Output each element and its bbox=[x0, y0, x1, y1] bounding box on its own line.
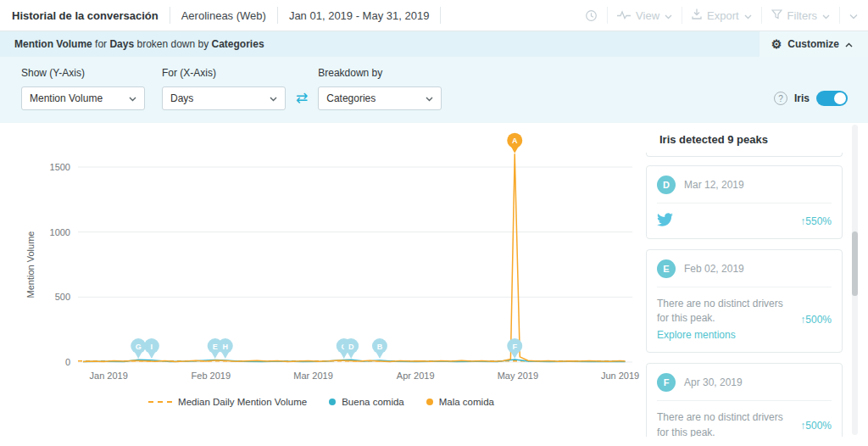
filters-menu[interactable]: Filters bbox=[771, 9, 830, 22]
breakdown-name: Categories bbox=[212, 38, 264, 50]
peak-pin-A[interactable]: A bbox=[507, 133, 522, 153]
peak-card-head: E Feb 02, 2019 bbox=[657, 259, 832, 287]
svg-text:F: F bbox=[512, 343, 517, 351]
chart-legend: Median Daily Mention Volume Buena comida… bbox=[0, 397, 643, 407]
y-tick-label: 500 bbox=[55, 292, 70, 302]
page-title: Historial de la conversación bbox=[12, 9, 159, 22]
chart-title-strip: Mention Volume for Days broken down by C… bbox=[0, 31, 868, 57]
peak-card-body: There are no distinct drivers for this p… bbox=[657, 401, 832, 437]
breadcrumb-source[interactable]: Aerolineas (Web) bbox=[181, 9, 266, 22]
filters-menu-label: Filters bbox=[787, 9, 817, 22]
y-axis-title: Mention Volume bbox=[25, 231, 36, 298]
peak-badge[interactable]: D bbox=[657, 176, 676, 194]
pulse-icon bbox=[617, 9, 631, 22]
twitter-icon[interactable] bbox=[657, 213, 673, 229]
iris-control: ? Iris bbox=[774, 91, 854, 106]
teal-dot-icon bbox=[329, 399, 336, 405]
peak-pin-H[interactable]: H bbox=[218, 338, 233, 359]
svg-text:H: H bbox=[223, 343, 229, 351]
swap-control: ⇄ bbox=[296, 67, 308, 110]
peak-card-head: D Mar 12, 2019 bbox=[657, 176, 832, 203]
gear-icon: ⚙ bbox=[771, 38, 782, 50]
peak-date: Feb 02, 2019 bbox=[684, 263, 744, 275]
mention-volume-chart: 050010001500Jan 2019Feb 2019Mar 2019Apr … bbox=[0, 125, 643, 389]
legend-buena-comida[interactable]: Buena comida bbox=[329, 397, 404, 407]
x-axis-dropdown[interactable]: Days bbox=[162, 86, 286, 110]
customize-label: Customize bbox=[787, 38, 839, 50]
iris-label: Iris bbox=[794, 92, 810, 104]
legend-mala-label: Mala comida bbox=[439, 397, 494, 407]
breakdown-label: Breakdown by bbox=[318, 67, 442, 79]
median-dash-swatch bbox=[148, 401, 172, 403]
view-menu[interactable]: View bbox=[617, 9, 672, 22]
y-tick-label: 1500 bbox=[50, 162, 70, 172]
peak-pin-D[interactable]: D bbox=[343, 338, 359, 359]
metric-name: Mention Volume bbox=[14, 38, 92, 50]
peak-pin-I[interactable]: I bbox=[144, 338, 159, 359]
dimension-name: Days bbox=[109, 38, 134, 50]
peak-description: There are no distinct drivers for this p… bbox=[657, 410, 784, 437]
chart-controls: Show (Y-Axis) Mention Volume For (X-Axis… bbox=[0, 57, 868, 123]
svg-text:D: D bbox=[348, 343, 354, 351]
divider bbox=[277, 7, 278, 24]
svg-text:G: G bbox=[136, 343, 142, 351]
date-range-picker[interactable]: Jan 01, 2019 - May 31, 2019 bbox=[289, 9, 430, 22]
export-menu[interactable]: Export bbox=[692, 8, 752, 22]
x-axis-label: For (X-Axis) bbox=[162, 67, 286, 79]
y-axis-control: Show (Y-Axis) Mention Volume bbox=[21, 67, 145, 110]
breakdown-dropdown[interactable]: Categories bbox=[318, 86, 442, 110]
chevron-down-icon bbox=[270, 92, 277, 104]
peak-badge[interactable]: E bbox=[657, 259, 676, 278]
peak-card-E[interactable]: E Feb 02, 2019 There are no distinct dri… bbox=[646, 249, 843, 353]
peak-description-text: There are no distinct drivers for this p… bbox=[657, 411, 783, 437]
scrollbar-thumb[interactable] bbox=[852, 231, 858, 296]
clock-icon[interactable] bbox=[585, 9, 598, 22]
orange-dot-icon bbox=[426, 399, 433, 405]
chevron-down-icon bbox=[744, 9, 752, 22]
y-axis-dropdown[interactable]: Mention Volume bbox=[21, 86, 145, 110]
divider bbox=[170, 7, 170, 24]
legend-median-label: Median Daily Mention Volume bbox=[178, 397, 307, 407]
topbar-actions: View Export Filters bbox=[585, 7, 858, 24]
peak-card-D[interactable]: D Mar 12, 2019 ↑550% bbox=[646, 165, 843, 239]
title-text: broken down by bbox=[134, 38, 211, 50]
chevron-down-icon bbox=[426, 92, 433, 104]
chevron-down-icon bbox=[665, 9, 672, 22]
peak-badge[interactable]: F bbox=[657, 373, 676, 392]
svg-text:A: A bbox=[512, 137, 518, 145]
partial-card bbox=[646, 153, 843, 157]
peak-pin-G[interactable]: G bbox=[131, 338, 146, 359]
y-tick-label: 0 bbox=[65, 357, 70, 367]
divider bbox=[682, 7, 682, 24]
swap-axes-icon[interactable]: ⇄ bbox=[296, 90, 308, 106]
peak-pin-B[interactable]: B bbox=[372, 338, 387, 359]
collapse-chevron-icon[interactable] bbox=[849, 9, 858, 22]
svg-text:I: I bbox=[151, 343, 153, 351]
iris-toggle[interactable] bbox=[816, 91, 848, 106]
peak-card-F[interactable]: F Apr 30, 2019 There are no distinct dri… bbox=[646, 363, 843, 437]
peak-description: There are no distinct drivers for this p… bbox=[657, 297, 784, 343]
breakdown-control: Breakdown by Categories bbox=[318, 67, 442, 110]
view-menu-label: View bbox=[636, 9, 659, 22]
main-content: 050010001500Jan 2019Feb 2019Mar 2019Apr … bbox=[0, 123, 868, 437]
x-tick-label: Feb 2019 bbox=[192, 371, 231, 381]
download-icon bbox=[692, 8, 702, 22]
explore-mentions-link[interactable]: Explore mentions bbox=[657, 328, 736, 343]
peak-date: Apr 30, 2019 bbox=[684, 376, 743, 388]
peak-card-head: F Apr 30, 2019 bbox=[657, 373, 832, 401]
export-menu-label: Export bbox=[707, 9, 739, 22]
x-axis-value: Days bbox=[170, 92, 193, 104]
divider bbox=[839, 7, 840, 24]
divider bbox=[761, 7, 762, 24]
customize-button[interactable]: ⚙ Customize bbox=[760, 31, 868, 57]
topbar: Historial de la conversación Aerolineas … bbox=[0, 0, 868, 31]
peak-change: ↑550% bbox=[800, 215, 832, 227]
help-icon[interactable]: ? bbox=[774, 92, 787, 105]
chart-area: 050010001500Jan 2019Feb 2019Mar 2019Apr … bbox=[0, 123, 643, 437]
series-line-mala-comida bbox=[83, 154, 626, 362]
legend-mala-comida[interactable]: Mala comida bbox=[426, 397, 494, 407]
legend-median[interactable]: Median Daily Mention Volume bbox=[148, 397, 307, 407]
divider bbox=[440, 7, 441, 24]
x-tick-label: May 2019 bbox=[498, 371, 538, 381]
peak-card-body: There are no distinct drivers for this p… bbox=[657, 287, 832, 343]
